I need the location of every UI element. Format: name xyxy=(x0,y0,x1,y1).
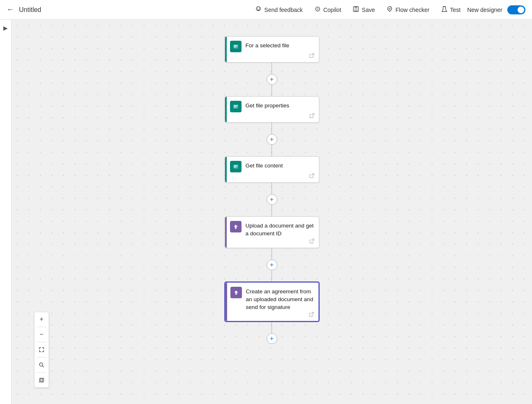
connector-line-1b xyxy=(272,85,272,96)
main-container: ▶ For a selected file xyxy=(0,20,532,404)
send-feedback-label: Send feedback xyxy=(264,7,302,13)
copilot-icon xyxy=(314,6,321,14)
connector-line-3 xyxy=(272,183,272,194)
add-step-btn-5[interactable]: + xyxy=(267,333,277,344)
send-feedback-button[interactable]: Send feedback xyxy=(250,3,307,16)
connector-line-5 xyxy=(272,322,272,333)
step-card-get-file-properties[interactable]: Get file properties xyxy=(225,96,319,123)
svg-line-12 xyxy=(43,366,44,367)
step-icon-1 xyxy=(230,41,242,52)
connector-3: + xyxy=(267,183,277,216)
copilot-button[interactable]: Copilot xyxy=(309,3,346,16)
zoom-divider-2 xyxy=(37,342,46,342)
step-border-5 xyxy=(225,283,227,321)
connector-line-3b xyxy=(272,205,272,216)
step-card-inner-2: Get file properties xyxy=(225,97,319,122)
search-button[interactable] xyxy=(35,359,48,371)
svg-rect-10 xyxy=(233,165,238,169)
save-icon xyxy=(353,6,359,14)
add-step-btn-2[interactable]: + xyxy=(267,134,277,145)
sidebar-toggle-icon: ▶ xyxy=(3,25,8,31)
add-step-btn-3[interactable]: + xyxy=(267,194,277,205)
connector-4: + xyxy=(267,248,277,282)
step-label-2: Get file properties xyxy=(246,101,290,110)
feedback-icon xyxy=(255,6,262,14)
flow-checker-icon xyxy=(386,6,393,14)
test-icon xyxy=(441,6,448,14)
step-card-inner-1: For a selected file xyxy=(225,37,319,62)
flow-container: For a selected file + xyxy=(225,36,319,344)
connector-line-2b xyxy=(272,145,272,156)
back-icon: ← xyxy=(7,5,14,14)
connector-line-2 xyxy=(272,123,272,134)
svg-rect-8 xyxy=(233,44,238,49)
connector-1: + xyxy=(267,63,277,96)
connector-line-4b xyxy=(272,270,272,282)
step-link-icon-3 xyxy=(309,173,315,180)
step-label-3: Get file content xyxy=(246,161,283,170)
page-title: Untitled xyxy=(19,6,247,14)
add-step-btn-1[interactable]: + xyxy=(267,74,277,85)
zoom-in-button[interactable]: + xyxy=(35,313,48,325)
new-designer-label: New designer xyxy=(467,7,502,13)
step-label-4: Upload a document and get a document ID xyxy=(246,221,314,238)
zoom-divider-1 xyxy=(37,327,46,327)
step-card-for-selected-file[interactable]: For a selected file xyxy=(225,36,319,63)
new-designer-toggle[interactable] xyxy=(507,5,525,14)
header: ← Untitled Send feedback Copilot xyxy=(0,0,532,20)
step-label-5: Create an agreement from an uploaded doc… xyxy=(246,287,314,311)
step-link-icon-4 xyxy=(309,238,315,245)
step-icon-5 xyxy=(230,287,242,298)
svg-rect-9 xyxy=(233,104,238,109)
connector-line-4 xyxy=(272,248,272,260)
map-button[interactable] xyxy=(35,374,48,386)
zoom-divider-3 xyxy=(37,357,46,358)
connector-2: + xyxy=(267,123,277,156)
step-link-icon-2 xyxy=(309,113,315,120)
back-button[interactable]: ← xyxy=(7,5,14,14)
step-card-inner-5: Create an agreement from an uploaded doc… xyxy=(225,283,318,321)
step-label-1: For a selected file xyxy=(246,41,290,50)
header-actions: Send feedback Copilot Save xyxy=(250,3,525,16)
fit-button[interactable] xyxy=(35,344,48,356)
test-button[interactable]: Test xyxy=(436,3,466,16)
step-card-get-file-content[interactable]: Get file content xyxy=(225,156,319,183)
step-border-2 xyxy=(225,97,227,122)
zoom-divider-4 xyxy=(37,372,46,373)
add-step-btn-4[interactable]: + xyxy=(267,260,277,270)
step-link-icon-5 xyxy=(309,311,314,318)
flow-checker-button[interactable]: Flow checker xyxy=(381,3,434,16)
connector-5: + xyxy=(267,322,277,344)
step-border-4 xyxy=(225,217,227,248)
step-card-create-agreement[interactable]: Create an agreement from an uploaded doc… xyxy=(225,282,319,322)
connector-line-1 xyxy=(272,63,272,74)
save-label: Save xyxy=(362,7,375,13)
svg-point-1 xyxy=(257,8,258,9)
step-card-inner-4: Upload a document and get a document ID xyxy=(225,217,319,248)
step-icon-3 xyxy=(230,161,242,172)
save-button[interactable]: Save xyxy=(348,3,380,16)
zoom-out-button[interactable]: − xyxy=(35,328,48,341)
svg-rect-5 xyxy=(355,7,357,9)
canvas[interactable]: For a selected file + xyxy=(12,20,532,404)
step-icon-2 xyxy=(230,101,242,112)
svg-rect-6 xyxy=(354,9,358,11)
sidebar-toggle[interactable]: ▶ xyxy=(0,20,12,404)
step-border-1 xyxy=(225,37,227,62)
test-label: Test xyxy=(450,7,461,13)
copilot-label: Copilot xyxy=(323,7,342,13)
flow-checker-label: Flow checker xyxy=(395,7,429,13)
zoom-controls: + − xyxy=(34,312,49,388)
step-link-icon-1 xyxy=(309,53,315,60)
step-border-3 xyxy=(225,157,227,182)
svg-point-2 xyxy=(259,8,260,9)
svg-point-11 xyxy=(39,363,43,366)
step-icon-4 xyxy=(230,221,242,232)
step-card-inner-3: Get file content xyxy=(225,157,319,182)
step-card-upload-document[interactable]: Upload a document and get a document ID xyxy=(225,216,319,248)
